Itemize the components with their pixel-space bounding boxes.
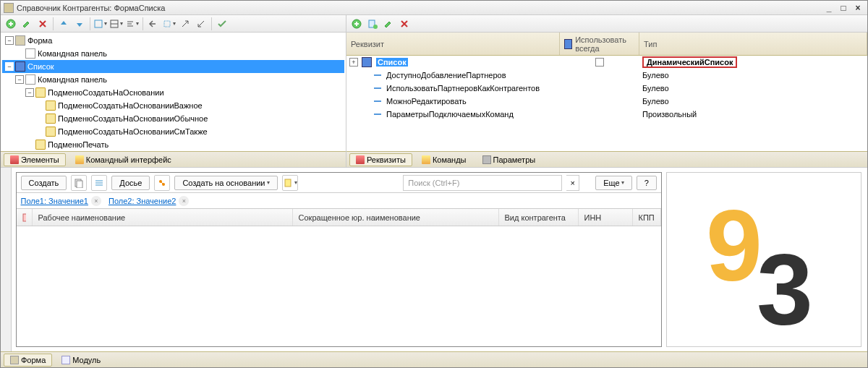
form-icon (15, 35, 25, 46)
prop-row[interactable]: ПараметрыПодключаемыхКомандПроизвольный (346, 108, 867, 121)
svg-rect-1 (95, 20, 102, 27)
tab-commands[interactable]: Команды (415, 153, 473, 166)
edit-button[interactable] (20, 17, 34, 31)
move-up-button[interactable] (56, 17, 71, 31)
logo-panel: 9 3 (666, 172, 861, 347)
folder-icon (35, 87, 46, 98)
delete-button[interactable] (35, 17, 50, 31)
more-button[interactable]: Еще (595, 176, 631, 190)
add-prop-button[interactable] (349, 17, 364, 31)
tree-item[interactable]: ПодменюПечать (2, 138, 344, 151)
svg-point-10 (373, 25, 378, 29)
prop-type: Булево (642, 97, 669, 106)
tab-form[interactable]: Форма (4, 354, 52, 367)
check-button[interactable] (215, 17, 229, 31)
search-clear[interactable]: × (566, 175, 579, 191)
tree-item[interactable]: −Список (2, 60, 344, 73)
select-button[interactable] (162, 17, 176, 31)
col-kpp[interactable]: КПП (633, 209, 661, 226)
search-input[interactable]: Поиск (Ctrl+F) (403, 175, 562, 191)
tree-label: Командная панель (38, 49, 107, 58)
tree-toggle[interactable]: − (5, 36, 14, 45)
list-button[interactable] (91, 175, 107, 191)
filter-link-2[interactable]: Поле2: Значение2 (109, 197, 176, 205)
left-toolbar (1, 15, 346, 33)
tab-params[interactable]: Параметры (476, 153, 542, 166)
minimize-button[interactable]: _ (822, 3, 835, 13)
col-short-name[interactable]: Сокращенное юр. наименование (293, 209, 499, 226)
abc-icon (25, 48, 35, 59)
tree-label: ПодменюСоздатьНаОснованииОбычное (58, 114, 208, 123)
close-button[interactable]: × (851, 3, 864, 13)
tab-command-interface[interactable]: Командный интерфейс (69, 153, 178, 166)
add-button[interactable] (4, 17, 18, 31)
copy-button[interactable] (71, 175, 87, 191)
tree-label: Форма (27, 36, 52, 45)
tree-item[interactable]: −Форма (2, 34, 344, 47)
tree-item[interactable]: −ПодменюСоздатьНаОсновании (2, 86, 344, 99)
prop-icon (374, 100, 381, 102)
prop-name: ДоступноДобавлениеПартнеров (385, 71, 508, 80)
tree-toggle[interactable]: − (15, 75, 24, 84)
view-mode-button[interactable] (93, 17, 108, 31)
create-based-button[interactable]: Создать на основании (174, 176, 277, 190)
attach-button[interactable] (282, 175, 298, 191)
tree-item[interactable]: ПодменюСоздатьНаОснованииОбычное (2, 112, 344, 125)
move-down-button[interactable] (72, 17, 87, 31)
filter-remove-1[interactable]: × (91, 196, 101, 206)
prop-row[interactable]: ИспользоватьПартнеровКакКонтрагентовБуле… (346, 82, 867, 95)
tab-module[interactable]: Модуль (55, 354, 107, 367)
window-icon (4, 3, 14, 13)
prop-row[interactable]: МожноРедактироватьБулево (346, 95, 867, 108)
link-button[interactable] (154, 175, 170, 191)
col-header-prop: Реквизит (346, 33, 560, 55)
svg-rect-20 (23, 214, 26, 221)
titlebar: Справочник Контрагенты: ФормаСписка _ □ … (1, 1, 867, 15)
folder-icon (35, 140, 46, 150)
col-working-name[interactable]: Рабочее наименование (33, 209, 293, 226)
form-tree[interactable]: −ФормаКомандная панель−Список−Командная … (1, 33, 346, 151)
prop-name: ПараметрыПодключаемыхКоманд (385, 110, 515, 119)
tree-label: Список (27, 62, 54, 71)
add-column-button[interactable] (365, 17, 380, 31)
collapse-button[interactable] (194, 17, 208, 31)
prop-name: ИспользоватьПартнеровКакКонтрагентов (385, 84, 541, 93)
delete-prop-button[interactable] (397, 17, 412, 31)
help-button[interactable]: ? (637, 176, 657, 190)
tab-elements[interactable]: Элементы (4, 153, 66, 166)
use-always-checkbox[interactable] (595, 58, 604, 67)
dossier-button[interactable]: Досье (111, 176, 150, 190)
logo-9: 9 (706, 187, 762, 304)
tree-toggle[interactable]: − (5, 62, 14, 71)
filter-link-1[interactable]: Поле1: Значение1 (21, 197, 88, 205)
svg-line-18 (161, 181, 163, 184)
align-button[interactable] (125, 17, 140, 31)
create-button[interactable]: Создать (21, 176, 67, 190)
maximize-button[interactable]: □ (837, 3, 850, 13)
expand-button[interactable] (178, 17, 192, 31)
tree-item[interactable]: −Командная панель (2, 73, 344, 86)
col-header-type: Тип (639, 33, 867, 55)
tree-label: ПодменюСоздатьНаОснованииВажное (58, 101, 203, 110)
svg-rect-7 (164, 21, 170, 27)
tree-item[interactable]: ПодменюСоздатьНаОснованииВажное (2, 99, 344, 112)
layout-button[interactable] (109, 17, 124, 31)
tree-item[interactable]: Командная панель (2, 47, 344, 60)
filter-remove-2[interactable]: × (179, 196, 189, 206)
edit-prop-button[interactable] (381, 17, 396, 31)
tree-toggle[interactable]: + (349, 58, 358, 67)
tab-props[interactable]: Реквизиты (349, 153, 412, 166)
col-inn[interactable]: ИНН (579, 209, 633, 226)
preview-grid-body[interactable] (17, 226, 661, 346)
prop-row[interactable]: +СписокДинамическийСписок (346, 56, 867, 69)
prop-row[interactable]: ДоступноДобавлениеПартнеровБулево (346, 69, 867, 82)
undo-button[interactable] (146, 17, 161, 31)
folder-icon (46, 100, 56, 111)
tree-toggle[interactable]: − (25, 88, 34, 97)
property-grid[interactable]: +СписокДинамическийСписокДоступноДобавле… (346, 56, 867, 151)
tree-item[interactable]: ПодменюСоздатьНаОснованииСмТакже (2, 125, 344, 138)
prop-type: Булево (642, 84, 669, 93)
folder-icon (46, 127, 56, 137)
prop-name: МожноРедактировать (385, 97, 468, 106)
col-type[interactable]: Вид контрагента (499, 209, 579, 226)
